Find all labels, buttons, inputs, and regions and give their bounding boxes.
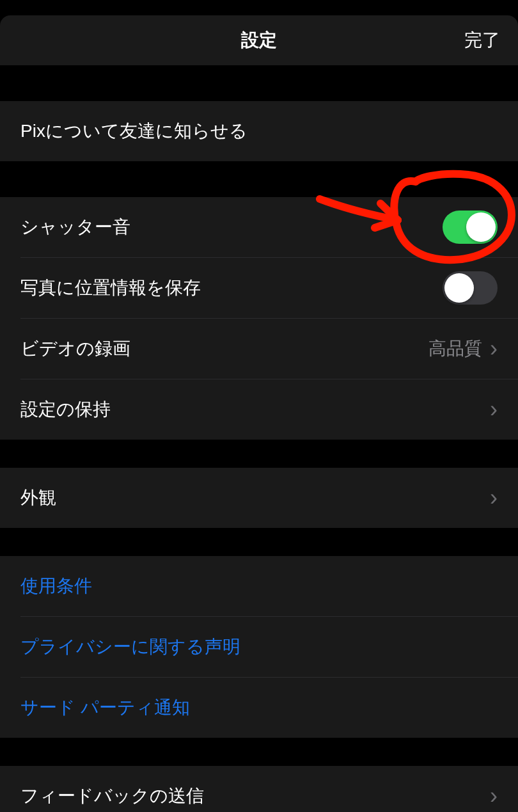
- chevron-right-icon: ›: [490, 784, 498, 808]
- preserve-settings-row[interactable]: 設定の保持 ›: [0, 379, 518, 440]
- toggle-knob: [444, 273, 474, 303]
- spacer: [0, 738, 518, 766]
- toggle-knob: [466, 212, 496, 242]
- location-save-row: 写真に位置情報を保存: [0, 258, 518, 318]
- appearance-label: 外観: [20, 486, 56, 510]
- chevron-right-icon: ›: [490, 486, 498, 509]
- preserve-settings-label: 設定の保持: [20, 397, 111, 422]
- location-save-toggle[interactable]: [443, 271, 498, 305]
- shutter-sound-row: シャッター音: [0, 197, 518, 257]
- terms-link: 使用条件: [20, 574, 92, 598]
- terms-row[interactable]: 使用条件: [0, 556, 518, 616]
- video-recording-label: ビデオの録画: [20, 337, 130, 361]
- done-button[interactable]: 完了: [464, 28, 500, 52]
- chevron-right-icon: ›: [490, 398, 498, 421]
- third-party-row[interactable]: サード パーティ通知: [0, 678, 518, 738]
- third-party-link: サード パーティ通知: [20, 696, 190, 720]
- privacy-link: プライバシーに関する声明: [20, 635, 240, 659]
- privacy-row[interactable]: プライバシーに関する声明: [0, 617, 518, 677]
- video-recording-row[interactable]: ビデオの録画 高品質 ›: [0, 319, 518, 379]
- spacer: [0, 161, 518, 197]
- shutter-sound-label: シャッター音: [20, 215, 130, 239]
- settings-header: 設定 完了: [0, 15, 518, 65]
- page-title: 設定: [241, 28, 277, 52]
- spacer: [0, 528, 518, 556]
- feedback-label: フィードバックの送信: [20, 784, 204, 808]
- feedback-row[interactable]: フィードバックの送信 ›: [0, 766, 518, 812]
- location-save-label: 写真に位置情報を保存: [20, 276, 201, 300]
- share-pix-row[interactable]: Pixについて友達に知らせる: [0, 101, 518, 161]
- spacer: [0, 440, 518, 468]
- video-recording-value: 高品質: [428, 337, 482, 361]
- shutter-sound-toggle[interactable]: [443, 211, 498, 244]
- share-label: Pixについて友達に知らせる: [20, 119, 247, 143]
- appearance-row[interactable]: 外観 ›: [0, 468, 518, 528]
- spacer: [0, 65, 518, 101]
- chevron-right-icon: ›: [490, 337, 498, 360]
